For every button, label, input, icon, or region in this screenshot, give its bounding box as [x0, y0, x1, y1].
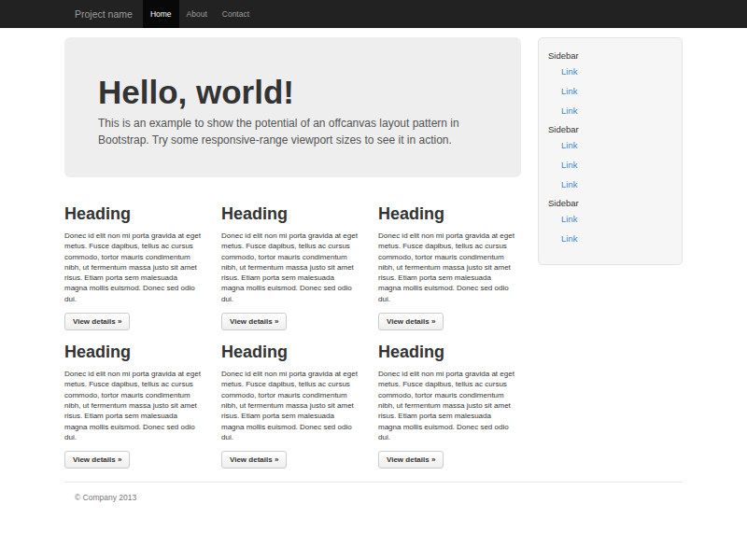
view-details-button[interactable]: View details »: [64, 313, 130, 330]
view-details-button[interactable]: View details »: [221, 313, 287, 330]
cards-row-1: Heading Donec id elit non mi porta gravi…: [64, 204, 521, 330]
nav-link-home[interactable]: Home: [143, 0, 179, 28]
sidebar-link[interactable]: Link: [539, 175, 682, 194]
jumbotron-title: Hello, world!: [98, 75, 487, 110]
jumbotron: Hello, world! This is an example to show…: [64, 37, 521, 177]
card: Heading Donec id elit non mi porta gravi…: [221, 343, 359, 469]
card-body: Donec id elit non mi porta gravida at eg…: [64, 231, 202, 304]
sidebar-link[interactable]: Link: [539, 62, 682, 81]
card: Heading Donec id elit non mi porta gravi…: [378, 343, 515, 469]
card-body: Donec id elit non mi porta gravida at eg…: [221, 231, 359, 304]
copyright-text: © Company 2013: [64, 493, 683, 503]
view-details-button[interactable]: View details »: [221, 451, 287, 469]
main-content: Hello, world! This is an example to show…: [64, 37, 521, 469]
card-body: Donec id elit non mi porta gravida at eg…: [378, 369, 515, 442]
view-details-button[interactable]: View details »: [378, 451, 444, 469]
nav-link-contact[interactable]: Contact: [215, 0, 257, 28]
sidebar-heading: Sidebar: [539, 120, 682, 135]
nav-item-contact: Contact: [215, 0, 257, 28]
navbar: Project name Home About Contact: [0, 0, 747, 28]
cards-row-2: Heading Donec id elit non mi porta gravi…: [64, 343, 521, 469]
card-body: Donec id elit non mi porta gravida at eg…: [378, 231, 515, 304]
nav-item-home: Home: [143, 0, 179, 28]
card: Heading Donec id elit non mi porta gravi…: [221, 204, 359, 330]
sidebar-heading: Sidebar: [539, 194, 682, 209]
view-details-button[interactable]: View details »: [64, 451, 130, 469]
nav-item-about: About: [179, 0, 215, 28]
footer-divider: [64, 482, 683, 483]
nav-link-about[interactable]: About: [179, 0, 215, 28]
card: Heading Donec id elit non mi porta gravi…: [64, 343, 202, 469]
sidebar-link[interactable]: Link: [539, 135, 682, 155]
jumbotron-description: This is an example to show the potential…: [98, 115, 487, 148]
card-body: Donec id elit non mi porta gravida at eg…: [64, 369, 202, 442]
view-details-button[interactable]: View details »: [378, 313, 444, 330]
sidebar-link[interactable]: Link: [539, 101, 682, 120]
sidebar-link[interactable]: Link: [539, 155, 682, 175]
navbar-brand[interactable]: Project name: [64, 0, 143, 28]
card-title: Heading: [221, 204, 359, 223]
card-title: Heading: [64, 204, 202, 223]
navbar-menu: Home About Contact: [143, 0, 257, 28]
sidebar-heading: Sidebar: [539, 47, 682, 62]
card-title: Heading: [64, 343, 202, 361]
card-title: Heading: [221, 343, 359, 361]
sidebar-link[interactable]: Link: [539, 229, 682, 248]
card-body: Donec id elit non mi porta gravida at eg…: [221, 369, 359, 442]
sidebar-link[interactable]: Link: [539, 209, 682, 229]
card-title: Heading: [378, 343, 515, 361]
card-title: Heading: [378, 204, 515, 223]
sidebar: Sidebar Link Link Link Sidebar Link Link…: [538, 37, 683, 265]
card: Heading Donec id elit non mi porta gravi…: [64, 204, 202, 330]
card: Heading Donec id elit non mi porta gravi…: [378, 204, 515, 330]
sidebar-link[interactable]: Link: [539, 81, 682, 101]
